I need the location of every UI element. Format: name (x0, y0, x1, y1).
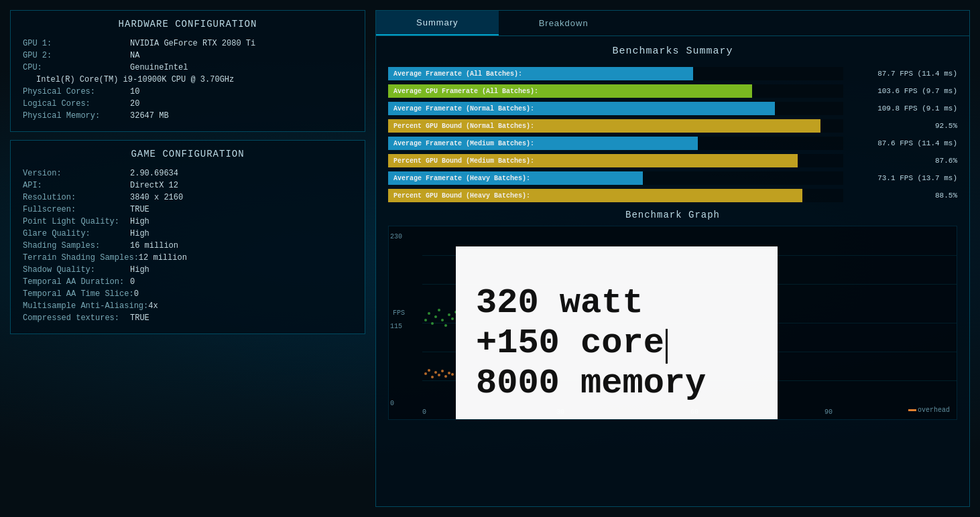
bench-bar: Percent GPU Bound (Medium Batches): (388, 154, 798, 167)
hw-label: Logical Cores: (23, 99, 130, 108)
bench-bar: Percent GPU Bound (Heavy Batches): (388, 189, 802, 202)
graph-title: Benchmark Graph (388, 210, 957, 220)
game-row: Glare Quality:High (23, 229, 353, 238)
svg-point-7 (448, 313, 450, 316)
bench-bar-container: Percent GPU Bound (Heavy Batches): (388, 189, 843, 202)
game-label: Point Light Quality: (23, 217, 130, 226)
game-rows: Version:2.90.69634API:DirectX 12Resoluti… (23, 169, 353, 323)
svg-point-4 (438, 309, 440, 311)
hw-value: NVIDIA GeForce RTX 2080 Ti (130, 39, 255, 48)
game-row: API:DirectX 12 (23, 181, 353, 190)
bench-bar-label: Average Framerate (Heavy Batches): (393, 175, 530, 182)
game-value: High (130, 265, 149, 275)
game-value: High (130, 229, 149, 238)
hw-label: CPU: (23, 63, 130, 72)
hw-value: NA (130, 51, 139, 60)
bench-rows: Average Framerate (All Batches): 87.7 FP… (388, 66, 957, 203)
game-row: Shadow Quality:High (23, 265, 353, 275)
legend-color-overhead (908, 409, 916, 411)
bench-value: 87.6 FPS (11.4 ms) (843, 139, 957, 147)
bench-row: Average CPU Framerate (All Batches): 103… (388, 84, 957, 98)
bench-row: Average Framerate (Heavy Batches): 73.1 … (388, 171, 957, 186)
game-value: DirectX 12 (130, 181, 178, 190)
game-row: Temporal AA Duration:0 (23, 277, 353, 287)
bench-bar: Average Framerate (Normal Batches): (388, 102, 775, 115)
hardware-row: Physical Memory:32647 MB (23, 111, 353, 121)
bench-bar-container: Average Framerate (All Batches): (388, 67, 843, 80)
bench-bar-container: Percent GPU Bound (Normal Batches): (388, 119, 843, 133)
bench-bar-label: Percent GPU Bound (Heavy Batches): (393, 192, 530, 200)
svg-point-1 (428, 312, 430, 315)
tab-breakdown[interactable]: Breakdown (499, 11, 629, 35)
right-panel: Summary Breakdown Benchmarks Summary Ave… (375, 10, 970, 507)
game-label: Compressed textures: (23, 313, 130, 323)
main-layout: Hardware Configuration GPU 1:NVIDIA GeFo… (0, 0, 980, 517)
bench-bar: Average Framerate (Medium Batches): (388, 137, 698, 150)
hardware-config-panel: Hardware Configuration GPU 1:NVIDIA GeFo… (10, 10, 365, 132)
game-label: Temporal AA Time Slice: (23, 289, 134, 299)
game-row: Version:2.90.69634 (23, 169, 353, 178)
svg-point-8 (451, 317, 454, 320)
bench-bar: Average Framerate (All Batches): (388, 67, 693, 80)
bench-bar-label: Average Framerate (All Batches): (393, 70, 522, 78)
bench-value: 87.6% (843, 157, 957, 165)
overlay-line-2: +150 core (476, 323, 668, 364)
x-label-0: 0 (422, 409, 426, 416)
game-row: Multisample Anti-Aliasing:4x (23, 301, 353, 311)
hardware-row: Logical Cores:20 (23, 99, 353, 108)
bench-bar: Average CPU Framerate (All Batches): (388, 84, 752, 98)
hw-value: 20 (130, 99, 139, 108)
svg-point-11 (428, 369, 430, 372)
tab-summary[interactable]: Summary (376, 11, 499, 35)
game-value: High (130, 217, 149, 226)
hw-label: Physical Memory: (23, 111, 130, 121)
game-value: TRUE (130, 313, 149, 323)
bench-bar-label: Average Framerate (Medium Batches): (393, 140, 534, 147)
game-label: Resolution: (23, 193, 130, 202)
bench-bar-container: Average Framerate (Heavy Batches): (388, 171, 843, 185)
hw-value: 10 (130, 87, 139, 96)
legend: overhead (908, 407, 950, 414)
benchmarks-title: Benchmarks Summary (388, 46, 957, 57)
bench-row: Average Framerate (Medium Batches): 87.6… (388, 136, 957, 151)
bench-value: 73.1 FPS (13.7 ms) (843, 174, 957, 182)
hw-label: Physical Cores: (23, 87, 130, 96)
bench-bar-label: Percent GPU Bound (Normal Batches): (393, 123, 534, 130)
game-config-title: Game Configuration (23, 149, 353, 159)
hardware-rows: GPU 1:NVIDIA GeForce RTX 2080 TiGPU 2:NA… (23, 39, 353, 121)
svg-point-10 (424, 372, 427, 375)
bench-bar-label: Average Framerate (Normal Batches): (393, 105, 534, 113)
hardware-config-title: Hardware Configuration (23, 19, 353, 29)
overlay-box: 320 watt +150 core 8000 memory (456, 246, 778, 420)
svg-point-18 (451, 373, 454, 376)
hardware-cpu-detail: Intel(R) Core(TM) i9-10900K CPU @ 3.70GH… (23, 75, 353, 84)
svg-point-14 (438, 374, 440, 376)
bench-value: 92.5% (843, 122, 957, 130)
bench-bar-container: Percent GPU Bound (Medium Batches): (388, 154, 843, 167)
bench-bar-label: Percent GPU Bound (Medium Batches): (393, 157, 534, 165)
graph-area: 230 115 0 FPS (388, 226, 957, 420)
overlay-line-1: 320 watt (476, 283, 644, 323)
tabs-bar: Summary Breakdown (376, 11, 969, 36)
bench-bar-label: Average CPU Framerate (All Batches): (393, 88, 538, 95)
hw-value: GenuineIntel (130, 63, 188, 72)
game-label: Temporal AA Duration: (23, 277, 130, 287)
overlay-line-3: 8000 memory (476, 364, 706, 404)
bench-bar: Average Framerate (Heavy Batches): (388, 171, 643, 185)
hardware-row: GPU 1:NVIDIA GeForce RTX 2080 Ti (23, 39, 353, 48)
hw-label: GPU 1: (23, 39, 130, 48)
game-row: Point Light Quality:High (23, 217, 353, 226)
game-row: Resolution:3840 x 2160 (23, 193, 353, 202)
bench-bar: Percent GPU Bound (Normal Batches): (388, 119, 820, 133)
svg-point-17 (448, 372, 450, 374)
game-row: Terrain Shading Samples:12 million (23, 253, 353, 263)
game-value: 12 million (139, 253, 187, 263)
bench-row: Average Framerate (All Batches): 87.7 FP… (388, 66, 957, 81)
game-row: Fullscreen:TRUE (23, 205, 353, 214)
svg-point-0 (424, 319, 427, 321)
game-row: Compressed textures:TRUE (23, 313, 353, 323)
game-label: Shading Samples: (23, 241, 130, 250)
game-value: 16 million (130, 241, 178, 250)
bench-value: 109.8 FPS (9.1 ms) (843, 104, 957, 113)
hardware-row: CPU:GenuineIntel (23, 63, 353, 72)
